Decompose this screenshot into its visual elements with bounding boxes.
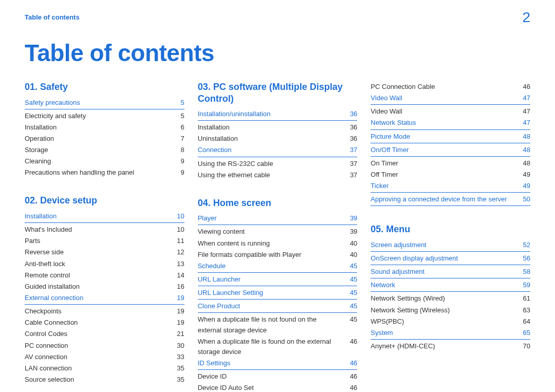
toc-entry[interactable]: URL Launcher45 (198, 274, 358, 286)
toc-entry[interactable]: Player39 (198, 213, 358, 225)
toc-entry[interactable]: Video Wall47 (371, 92, 530, 105)
toc-entry[interactable]: Remote control14 (25, 270, 184, 281)
toc-entry-page: 48 (519, 132, 530, 142)
toc-entry-page: 58 (519, 267, 530, 277)
toc-entry[interactable]: Using the ethernet cable37 (198, 170, 358, 181)
toc-entry-page: 33 (173, 352, 184, 362)
toc-entry-page: 37 (346, 170, 357, 180)
toc-entry-label: Video Wall (371, 106, 406, 117)
toc-entry[interactable]: When a duplicate file is found on the ex… (198, 336, 358, 358)
toc-entry[interactable]: Video Wall47 (371, 106, 530, 117)
toc-entry[interactable]: Sound adjustment58 (371, 266, 530, 278)
toc-entry-page: 50 (519, 194, 530, 204)
toc-entry-label: Using the ethernet cable (198, 170, 274, 180)
toc-entry[interactable]: Reverse side12 (25, 247, 184, 258)
toc-entry-page: 45 (346, 288, 357, 298)
toc-entry-page: 36 (346, 134, 357, 144)
toc-entry-page: 45 (346, 314, 357, 325)
toc-entry[interactable]: Network Settings (Wired)61 (371, 293, 530, 304)
toc-entry[interactable]: PC connection30 (25, 340, 184, 351)
toc-entry-page: 45 (346, 261, 357, 271)
toc-entry[interactable]: File formats compatible with Player40 (198, 249, 358, 260)
toc-entry[interactable]: Off Timer49 (371, 169, 530, 180)
toc-entry-page: 13 (173, 259, 184, 269)
toc-entry-page: 46 (346, 337, 357, 347)
toc-entry[interactable]: Installation36 (198, 122, 358, 133)
toc-entry[interactable]: LAN connection35 (25, 363, 184, 374)
section-heading[interactable]: 01. Safety (25, 81, 184, 93)
toc-entry-page: 36 (346, 122, 357, 133)
toc-entry[interactable]: AV connection33 (25, 351, 184, 363)
toc-entry[interactable]: Uninstallation36 (198, 133, 358, 144)
breadcrumb: Table of contents (25, 13, 80, 21)
toc-entry[interactable]: When content is running40 (198, 238, 358, 249)
toc-entry[interactable]: Schedule45 (198, 260, 358, 273)
toc-column-3: PC Connection Cable46Video Wall47Video W… (371, 81, 530, 392)
toc-entry-label: Player (198, 213, 221, 223)
toc-entry-label: Checkpoints (25, 306, 66, 316)
toc-entry[interactable]: Cleaning9 (25, 156, 184, 167)
section-heading[interactable]: 02. Device setup (25, 195, 184, 207)
toc-entry[interactable]: Safety precautions5 (25, 97, 184, 109)
toc-entry[interactable]: Viewing content39 (198, 226, 358, 237)
toc-entry-page: 6 (176, 122, 184, 133)
toc-entry[interactable]: Anti-theft lock13 (25, 258, 184, 270)
toc-entry[interactable]: On/Off Timer48 (371, 144, 530, 157)
toc-entry[interactable]: Storage8 (25, 144, 184, 156)
toc-entry[interactable]: Network59 (371, 279, 530, 292)
toc-entry[interactable]: Picture Mode48 (371, 131, 530, 143)
toc-entry-label: On/Off Timer (371, 145, 413, 155)
toc-entry-page: 47 (519, 118, 530, 128)
toc-entry[interactable]: Clone Product45 (198, 301, 358, 313)
toc-entry[interactable]: Network Status47 (371, 117, 530, 129)
toc-entry-page: 10 (173, 211, 184, 221)
toc-entry[interactable]: Approving a connected device from the se… (371, 194, 530, 206)
toc-entry[interactable]: Device ID46 (198, 371, 358, 382)
page-title: Table of contents (25, 39, 530, 67)
toc-entry-page: 36 (346, 109, 357, 119)
toc-entry-page: 7 (176, 134, 184, 144)
toc-entry[interactable]: Electricity and safety5 (25, 110, 184, 122)
toc-entry-label: URL Launcher Setting (198, 288, 267, 298)
toc-entry[interactable]: When a duplicate file is not found on th… (198, 314, 358, 335)
toc-entry-page: 19 (173, 318, 184, 328)
toc-entry-label: Remote control (25, 270, 74, 281)
toc-entry[interactable]: Device ID Auto Set46 (198, 382, 358, 392)
toc-entry[interactable]: Installation10 (25, 211, 184, 223)
toc-entry[interactable]: Precautions when handling the panel9 (25, 167, 184, 178)
toc-entry-label: Network Setting (Wireless) (371, 305, 454, 315)
toc-entry[interactable]: Using the RS-232C cable37 (198, 158, 358, 170)
toc-entry[interactable]: PC Connection Cable46 (371, 81, 530, 92)
toc-entry-label: Installation (198, 122, 234, 133)
toc-entry[interactable]: OnScreen display adjustment56 (371, 253, 530, 265)
toc-entry-label: Anynet+ (HDMI-CEC) (371, 341, 439, 351)
toc-entry[interactable]: Anynet+ (HDMI-CEC)70 (371, 341, 530, 352)
toc-entry[interactable]: Ticker49 (371, 180, 530, 193)
toc-entry[interactable]: System65 (371, 327, 530, 340)
toc-entry[interactable]: On Timer48 (371, 158, 530, 169)
toc-entry-page: 39 (346, 213, 357, 223)
toc-entry[interactable]: Network Setting (Wireless)63 (371, 305, 530, 316)
toc-entry-label: Uninstallation (198, 134, 242, 144)
toc-entry[interactable]: Source selection35 (25, 374, 184, 385)
toc-entry[interactable]: Checkpoints19 (25, 306, 184, 317)
toc-entry[interactable]: Guided installation16 (25, 281, 184, 292)
toc-entry[interactable]: URL Launcher Setting45 (198, 287, 358, 300)
toc-entry[interactable]: WPS(PBC)64 (371, 316, 530, 327)
toc-entry[interactable]: Cable Connection19 (25, 317, 184, 328)
toc-entry[interactable]: External connection19 (25, 292, 184, 305)
section-heading[interactable]: 04. Home screen (198, 197, 358, 209)
toc-entry-page: 10 (173, 225, 184, 235)
toc-entry-page: 46 (346, 383, 357, 392)
toc-entry[interactable]: What's Included10 (25, 224, 184, 235)
toc-entry[interactable]: Screen adjustment52 (371, 239, 530, 252)
toc-entry[interactable]: Installation6 (25, 122, 184, 133)
section-heading[interactable]: 03. PC software (Multiple Display Contro… (198, 81, 358, 104)
toc-entry[interactable]: Control Codes21 (25, 328, 184, 340)
toc-entry[interactable]: Operation7 (25, 133, 184, 144)
toc-entry[interactable]: Connection37 (198, 144, 358, 157)
toc-entry[interactable]: Parts11 (25, 235, 184, 247)
toc-entry[interactable]: ID Settings46 (198, 358, 358, 370)
toc-entry[interactable]: Installation/uninstallation36 (198, 108, 358, 121)
section-heading[interactable]: 05. Menu (371, 223, 530, 235)
